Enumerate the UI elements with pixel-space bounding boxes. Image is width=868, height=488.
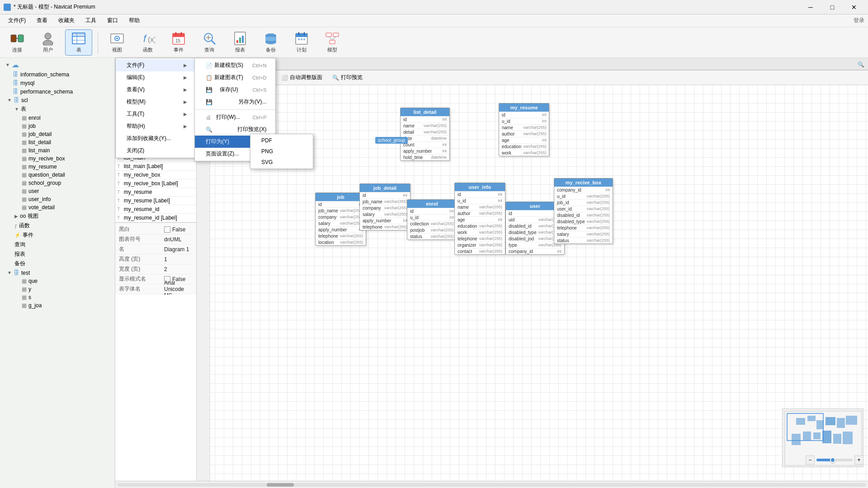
prop-name-label: 名 — [119, 245, 164, 253]
sidebar-db-scl[interactable]: ▼ 🗄 scl — [0, 96, 115, 104]
dropdown-item-help[interactable]: 帮助(H) ▶ — [116, 120, 196, 132]
print-as-png[interactable]: PNG — [250, 146, 313, 157]
sidebar-db-mysql[interactable]: 🗄 mysql — [0, 79, 115, 87]
table-enrol[interactable]: enrol idint u_idint collectionvarchar(25… — [407, 199, 457, 240]
zoom-slider[interactable] — [816, 459, 853, 461]
dropdown-item-tools[interactable]: 工具(T) ▶ — [116, 108, 196, 120]
list-item-my-resume-id-label[interactable]: T my_resume_id [Label] — [115, 214, 196, 222]
table-my-recive-box[interactable]: my_recive_box company_idint u_idvarchar(… — [554, 178, 613, 244]
minimize-button[interactable]: ─ — [800, 0, 821, 14]
table-list-detail[interactable]: list_detail idint namevarchar(255) detai… — [400, 108, 450, 161]
sidebar-db-information-schema[interactable]: 🗄 information_schema — [0, 70, 115, 79]
dropdown-item-close[interactable]: 关闭(Z) — [116, 145, 196, 157]
tool-user[interactable]: 用户 — [34, 29, 61, 56]
menu-help[interactable]: 帮助 — [124, 15, 144, 26]
print-as-svg[interactable]: SVG — [250, 157, 313, 168]
tool-model[interactable]: 模型 — [319, 29, 346, 56]
tool-backup[interactable]: 备份 — [257, 29, 284, 56]
sidebar-table-question-detail[interactable]: ▦ question_detail — [0, 171, 115, 179]
tool-function[interactable]: f (x) 函数 — [134, 29, 161, 56]
table-job-detail[interactable]: job_detail idint job_namevarchar(255) co… — [359, 183, 410, 230]
dropdown-item-view[interactable]: 查看(V) ▶ — [116, 84, 196, 96]
zoom-slider-thumb[interactable] — [830, 457, 835, 463]
sidebar-table-enrol[interactable]: ▦ enrol — [0, 114, 115, 122]
text-icon: T — [117, 172, 120, 178]
file-new-table[interactable]: 📋 新建图表(T) Ctrl+D — [195, 71, 275, 84]
sidebar-table-job-detail[interactable]: ▦ job_detail — [0, 130, 115, 138]
sidebar-table-list-detail[interactable]: ▦ list_detail — [0, 138, 115, 146]
sidebar-table-user[interactable]: ▦ user — [0, 187, 115, 195]
sidebar-functions-group[interactable]: ƒ 函数 — [0, 221, 115, 230]
menu-view[interactable]: 查看 — [32, 15, 52, 26]
sidebar-reports-group[interactable]: 报表 — [0, 249, 115, 259]
sidebar-queries-group[interactable]: 查询 — [0, 240, 115, 249]
sidebar-views-group[interactable]: ▶ oo 视图 — [0, 211, 115, 221]
horizontal-scrollbar[interactable] — [115, 481, 868, 488]
user-icon — [41, 31, 55, 46]
zoom-out-button[interactable]: − — [806, 455, 815, 465]
menu-favorites[interactable]: 收藏夹 — [54, 15, 79, 26]
sidebar-connection-root[interactable]: ▼ ☁ — [0, 60, 115, 70]
sidebar-events-group[interactable]: ⚡ 事件 — [0, 230, 115, 240]
sidebar-table-user-info[interactable]: ▦ user_info — [0, 195, 115, 203]
file-print[interactable]: 🖨 打印(W)... Ctrl+P — [195, 111, 275, 123]
close-button[interactable]: ✕ — [844, 0, 864, 14]
list-item-my-resume-label[interactable]: T my_resume [Label] — [115, 197, 196, 205]
table-job-row: locationvarchar(255) — [316, 239, 366, 245]
list-item-my-recive-box-label[interactable]: T my_recive_box [Label] — [115, 179, 196, 188]
table-user-info[interactable]: user_info idint u_idint namevarchar(255)… — [454, 183, 505, 255]
tool-view-label: 视图 — [112, 47, 122, 53]
tool-connect-label: 连接 — [12, 47, 22, 53]
table-job[interactable]: job idint job_namevarchar(255) companyva… — [315, 192, 366, 246]
login-link[interactable]: 登录 — [854, 17, 864, 24]
list-item-my-resume-id[interactable]: T my_resume_id — [115, 205, 196, 214]
zoom-in-button[interactable]: + — [854, 455, 863, 465]
sidebar-table-job[interactable]: ▦ job — [0, 122, 115, 130]
print-preview-button[interactable]: 🔍 打印预览 — [328, 72, 367, 83]
prop-bw-text: False — [172, 226, 185, 233]
sidebar-table-vote-detail[interactable]: ▦ vote_detail — [0, 203, 115, 211]
tool-table[interactable]: 表 — [65, 29, 92, 56]
sidebar-test-gjoa[interactable]: ▦ g_joa — [0, 301, 115, 310]
menu-file[interactable]: 文件(F) — [4, 15, 30, 26]
dropdown-item-file[interactable]: 文件(F) ▶ — [116, 59, 196, 71]
sidebar-table-school-group[interactable]: ▦ school_group — [0, 179, 115, 187]
list-item-my-resume[interactable]: T my_resume — [115, 188, 196, 197]
tool-backup-label: 备份 — [266, 47, 276, 53]
tool-query[interactable]: 查询 — [196, 29, 223, 56]
file-new-model[interactable]: 📄 新建模型(S) Ctrl+N — [195, 59, 275, 71]
scrollbar-thumb[interactable] — [267, 483, 294, 487]
dropdown-item-edit[interactable]: 编辑(E) ▶ — [116, 71, 196, 84]
sidebar-table-my-resume[interactable]: ▦ my_resume — [0, 163, 115, 171]
dropdown-item-model[interactable]: 模型(M) ▶ — [116, 96, 196, 108]
sidebar-backups-group[interactable]: 备份 — [0, 259, 115, 268]
maximize-button[interactable]: □ — [822, 0, 843, 14]
menu-tools[interactable]: 工具 — [81, 15, 101, 26]
sidebar-table-my-recive-box[interactable]: ▦ my_recive_box — [0, 155, 115, 163]
sidebar-tables-group[interactable]: ▼ 表 — [0, 104, 115, 114]
table-my-resume[interactable]: my_resume idint u_idint namevarchar(255)… — [499, 103, 549, 156]
list-item-list-main-label[interactable]: T list_main [Label] — [115, 162, 196, 171]
print-as-pdf[interactable]: PDF — [250, 135, 313, 146]
sidebar-test-s[interactable]: ▦ s — [0, 293, 115, 301]
tool-connect[interactable]: 连接 — [4, 29, 31, 56]
scrollbar-track[interactable] — [117, 483, 866, 487]
tool-schedule[interactable]: 计划 — [288, 29, 315, 56]
sidebar-db-performance-schema[interactable]: 🗄 performance_schema — [0, 87, 115, 96]
checkbox-bw[interactable] — [164, 226, 170, 233]
dropdown-item-add-favorites[interactable]: 添加到收藏夹(Y)... — [116, 132, 196, 145]
sidebar-test-y[interactable]: ▦ y — [0, 285, 115, 293]
file-save[interactable]: 💾 保存(U) Ctrl+S — [195, 84, 275, 96]
auto-adjust-button[interactable]: ⬜ 自动调整版面 — [277, 72, 326, 83]
tool-event[interactable]: 15 事件 — [165, 29, 192, 56]
list-item-my-recive-box[interactable]: T my_recive_box — [115, 171, 196, 179]
sidebar-test-que[interactable]: ▦ que — [0, 277, 115, 285]
menu-window[interactable]: 窗口 — [103, 15, 123, 26]
file-save-as[interactable]: 💾 另存为(V)... — [195, 96, 275, 108]
tool-view[interactable]: 视图 — [104, 29, 131, 56]
sidebar-table-list-main[interactable]: ▦ list_main — [0, 146, 115, 155]
tool-report[interactable]: 报表 — [226, 29, 254, 56]
search-icon-btn[interactable]: 🔍 — [854, 60, 868, 70]
sidebar-db-test[interactable]: ▼ 🗄 test — [0, 268, 115, 277]
sidebar-tree: ▼ ☁ 🗄 information_schema 🗄 mysql 🗄 perfo… — [0, 58, 115, 311]
